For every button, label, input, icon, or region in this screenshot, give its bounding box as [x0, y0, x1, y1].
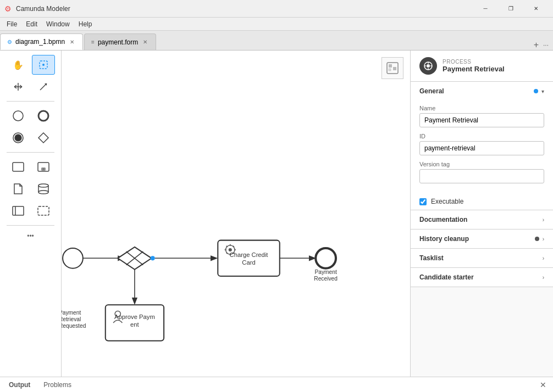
svg-point-68: [427, 64, 430, 68]
space-tool[interactable]: [7, 77, 30, 97]
minimize-button[interactable]: ─: [473, 0, 498, 18]
menu-edit[interactable]: Edit: [21, 19, 42, 29]
add-tab-button[interactable]: +: [534, 40, 539, 50]
restore-button[interactable]: ❐: [498, 0, 523, 18]
section-history-cleanup: History cleanup ›: [411, 229, 553, 249]
data-object-tool[interactable]: [7, 179, 30, 199]
svg-point-11: [38, 111, 48, 121]
section-candidate-starter-title: Candidate starter: [419, 273, 474, 281]
intermediate-tool[interactable]: [7, 128, 30, 148]
svg-rect-26: [38, 206, 49, 215]
tab-payment-close[interactable]: ✕: [141, 38, 149, 46]
more-tabs-button[interactable]: ···: [543, 41, 549, 49]
window-controls: ─ ❐ ✕: [473, 0, 549, 18]
section-documentation-title: Documentation: [419, 216, 467, 223]
tool-row-4: [2, 128, 59, 148]
svg-point-10: [13, 111, 23, 121]
section-tasklist-header[interactable]: Tasklist ›: [411, 249, 553, 267]
subprocess-tool[interactable]: [32, 157, 55, 177]
output-tab[interactable]: Output: [7, 381, 32, 389]
field-version-tag-input[interactable]: [419, 169, 544, 183]
lasso-tool[interactable]: [32, 55, 55, 75]
tab-payment[interactable]: ≡ payment.form ✕: [84, 33, 156, 50]
svg-point-13: [15, 135, 21, 141]
svg-text:ent: ent: [130, 321, 139, 328]
menu-help[interactable]: Help: [74, 19, 97, 29]
panel-process-icon: [419, 57, 437, 75]
statusbar-close[interactable]: ✕: [540, 380, 546, 389]
tab-payment-icon: ≡: [91, 39, 95, 45]
app-title: Camunda Modeler: [16, 5, 70, 13]
pool-tool[interactable]: [7, 201, 30, 221]
svg-text:Approve Paym: Approve Paym: [114, 313, 155, 320]
canvas[interactable]: Payment Retrieval Requested: [62, 51, 410, 377]
tool-row-3: [2, 106, 59, 126]
end-event-tool[interactable]: [32, 106, 55, 126]
data-store-tool[interactable]: [32, 179, 55, 199]
tabbar: ⚙ diagram_1.bpmn ✕ ≡ payment.form ✕ + ··…: [0, 31, 553, 51]
connect-tool[interactable]: [32, 77, 55, 97]
tab-diagram-label: diagram_1.bpmn: [15, 38, 65, 46]
section-general-chevron: ▾: [541, 88, 544, 94]
svg-text:Card: Card: [242, 259, 255, 266]
tool-row-1: ✋: [2, 55, 59, 75]
section-documentation-header[interactable]: Documentation ›: [411, 210, 553, 229]
svg-text:Received: Received: [314, 276, 338, 282]
section-general-header[interactable]: General ▾: [411, 82, 553, 100]
problems-tab[interactable]: Problems: [41, 381, 74, 389]
field-id-input[interactable]: [419, 141, 544, 155]
right-panel: PROCESS Payment Retrieval General ▾ Name…: [410, 51, 553, 377]
executable-row: Executable: [411, 195, 553, 210]
field-id: ID: [419, 133, 544, 155]
app-icon: ⚙: [4, 4, 12, 13]
statusbar: Output Problems ✕: [0, 377, 553, 392]
section-history-cleanup-actions: ›: [535, 236, 544, 242]
hand-tool[interactable]: ✋: [7, 55, 30, 75]
section-history-cleanup-header[interactable]: History cleanup ›: [411, 229, 553, 248]
svg-point-40: [151, 256, 155, 260]
menubar: File Edit Window Help: [0, 18, 553, 31]
group-tool[interactable]: [32, 201, 55, 221]
tool-row-7: [2, 201, 59, 221]
tab-diagram-icon: ⚙: [7, 39, 12, 45]
svg-rect-24: [13, 206, 24, 215]
section-general-dot: [534, 89, 538, 93]
close-button[interactable]: ✕: [523, 0, 549, 18]
more-tools-button[interactable]: •••: [2, 230, 59, 242]
menu-file[interactable]: File: [2, 19, 21, 29]
field-id-label: ID: [419, 133, 544, 139]
field-version-tag: Version tag: [419, 161, 544, 183]
tab-payment-label: payment.form: [98, 38, 138, 46]
section-history-cleanup-dot: [535, 237, 539, 241]
tab-diagram[interactable]: ⚙ diagram_1.bpmn ✕: [0, 33, 83, 50]
more-tools-label: •••: [27, 232, 34, 240]
svg-rect-43: [218, 240, 279, 276]
field-name-input[interactable]: [419, 113, 544, 127]
section-tasklist: Tasklist ›: [411, 249, 553, 268]
svg-rect-15: [13, 163, 24, 171]
svg-text:Requested: Requested: [62, 323, 86, 329]
executable-label: Executable: [431, 198, 463, 205]
section-candidate-starter-chevron: ›: [543, 275, 544, 281]
menu-window[interactable]: Window: [42, 19, 74, 29]
section-history-cleanup-chevron: ›: [543, 236, 544, 242]
svg-text:Charge Credit: Charge Credit: [230, 251, 269, 258]
svg-marker-62: [132, 298, 137, 305]
svg-text:Payment: Payment: [314, 269, 336, 275]
bpmn-diagram[interactable]: Payment Retrieval Requested: [62, 61, 410, 377]
circle-tool[interactable]: [7, 106, 30, 126]
tool-separator-1: [7, 101, 54, 102]
svg-text:Retrieval: Retrieval: [62, 316, 81, 322]
tool-separator-2: [7, 152, 54, 153]
section-tasklist-chevron: ›: [543, 255, 544, 261]
gateway-tool[interactable]: [32, 128, 55, 148]
tool-row-6: [2, 179, 59, 199]
svg-point-45: [229, 248, 232, 251]
executable-checkbox[interactable]: [419, 198, 427, 205]
task-tool[interactable]: [7, 157, 30, 177]
section-general: General ▾ Name ID Version tag: [411, 82, 553, 210]
svg-point-20: [38, 184, 48, 187]
tab-diagram-close[interactable]: ✕: [68, 38, 76, 46]
section-candidate-starter-header[interactable]: Candidate starter ›: [411, 268, 553, 287]
panel-subtitle: PROCESS: [443, 59, 505, 65]
